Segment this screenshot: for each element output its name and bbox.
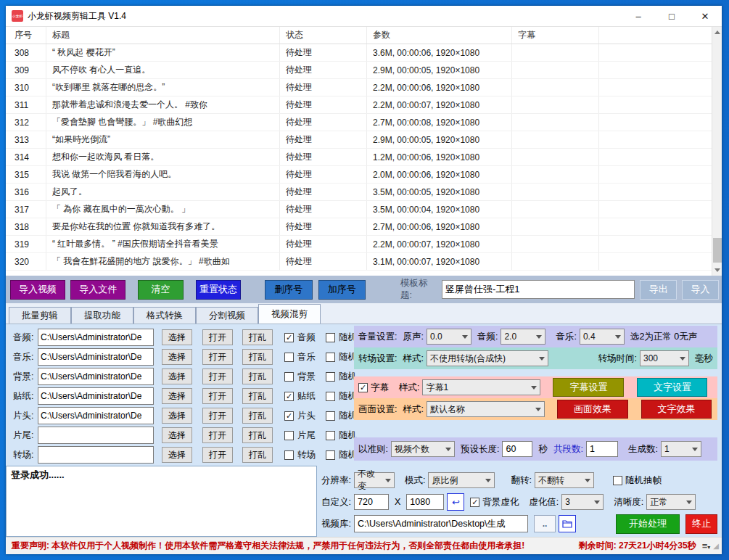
table-row[interactable]: 318 要是你站在我的位置 你就知道我有多难了。 待处理 2.7M, 00:00… <box>6 218 712 236</box>
close-button[interactable]: ✕ <box>688 6 722 26</box>
screen-style-combo[interactable]: 默认名称 <box>427 401 545 417</box>
mix-path-input[interactable] <box>38 329 154 346</box>
preset-length-input[interactable] <box>502 441 532 457</box>
random-checkbox[interactable] <box>326 372 335 382</box>
select-button[interactable]: 选择 <box>162 349 192 365</box>
tab-extract[interactable]: 提取功能 <box>71 307 133 324</box>
random-checkbox[interactable] <box>326 353 335 362</box>
enable-checkbox[interactable] <box>284 431 294 440</box>
tab-video-mix[interactable]: 视频混剪 <box>258 304 321 324</box>
select-button[interactable]: 选择 <box>162 368 192 384</box>
stop-button[interactable]: 终止 <box>685 514 717 534</box>
mode-combo[interactable]: 原比例 <box>428 472 495 488</box>
mix-path-input[interactable] <box>38 446 154 464</box>
import-video-button[interactable]: 导入视频 <box>10 280 65 300</box>
open-button[interactable]: 打开 <box>202 388 233 404</box>
shuffle-button[interactable]: 打乱 <box>242 388 273 404</box>
subtitle-style-combo[interactable]: 字幕1 <box>422 379 540 395</box>
table-scrollbar[interactable] <box>712 27 722 276</box>
select-button[interactable]: 选择 <box>162 427 192 443</box>
add-number-button[interactable]: 加序号 <box>318 280 366 300</box>
mix-path-input[interactable] <box>38 348 154 366</box>
table-row[interactable]: 317 「 為你 藏在風中的一萬次心動。 」 待处理 3.5M, 00:00:0… <box>6 201 712 218</box>
text-effect-button[interactable]: 文字效果 <box>641 400 712 419</box>
enable-checkbox[interactable] <box>284 411 294 421</box>
text-settings-button[interactable]: 文字设置 <box>637 378 707 397</box>
subtitle-settings-button[interactable]: 字幕设置 <box>553 378 624 397</box>
custom-height-input[interactable] <box>406 494 444 510</box>
open-button[interactable]: 打开 <box>202 368 233 384</box>
shuffle-button[interactable]: 打乱 <box>242 329 273 345</box>
shuffle-button[interactable]: 打乱 <box>242 408 273 424</box>
mix-path-input[interactable] <box>38 407 154 424</box>
open-button[interactable]: 打开 <box>202 408 233 424</box>
select-button[interactable]: 选择 <box>162 408 192 424</box>
enable-checkbox[interactable] <box>284 372 294 382</box>
shuffle-button[interactable]: 打乱 <box>242 447 273 463</box>
import-button[interactable]: 导入 <box>682 280 719 300</box>
tab-split-video[interactable]: 分割视频 <box>196 307 258 324</box>
minimize-button[interactable]: – <box>622 6 655 26</box>
shuffle-button[interactable]: 打乱 <box>242 349 273 365</box>
random-checkbox[interactable] <box>326 431 335 440</box>
generate-count-combo[interactable]: 1 <box>661 441 701 457</box>
scrollbar-thumb[interactable] <box>713 238 722 263</box>
random-checkbox[interactable] <box>326 450 335 460</box>
open-button[interactable]: 打开 <box>202 329 233 345</box>
rule-mode-combo[interactable]: 视频个数 <box>391 441 455 457</box>
tab-batch-edit[interactable]: 批量剪辑 <box>9 307 71 324</box>
reset-status-button[interactable]: 重置状态 <box>196 280 241 300</box>
tab-format-convert[interactable]: 格式转换 <box>133 307 196 324</box>
table-row[interactable]: 312 「愛會墊腳 也會彎腰。」 #歌曲幻想 待处理 2.7M, 00:00:0… <box>6 114 712 131</box>
open-button[interactable]: 打开 <box>202 349 233 365</box>
apply-size-button[interactable]: ↩ <box>447 493 464 511</box>
table-row[interactable]: 315 我说 做第一个陪我看海的人吧。 待处理 2.0M, 00:00:06, … <box>6 166 712 184</box>
table-row[interactable]: 310 “吹到哪里 就落在哪的思念。” 待处理 2.2M, 00:00:06, … <box>6 79 712 96</box>
select-button[interactable]: 选择 <box>162 329 192 345</box>
maximize-button[interactable]: □ <box>655 6 688 26</box>
music-volume-combo[interactable]: 0.4 <box>580 329 625 345</box>
clarity-combo[interactable]: 正常 <box>646 494 696 510</box>
table-row[interactable]: 309 风不停吹 有心人一直追。 待处理 2.9M, 00:00:05, 192… <box>6 62 712 79</box>
video-library-input[interactable] <box>354 515 528 532</box>
import-file-button[interactable]: 导入文件 <box>70 280 125 300</box>
enable-checkbox[interactable] <box>284 450 294 460</box>
scroll-down-icon[interactable] <box>714 268 720 272</box>
audio-volume-combo[interactable]: 2.0 <box>501 329 545 345</box>
open-folder-button[interactable] <box>559 515 576 532</box>
mix-path-input[interactable] <box>38 427 154 444</box>
segment-count-input[interactable] <box>586 441 618 457</box>
blur-value-combo[interactable]: 3 <box>561 494 604 510</box>
template-title-input[interactable] <box>442 280 635 299</box>
original-sound-combo[interactable]: 0.0 <box>427 329 471 345</box>
subtitle-checkbox[interactable] <box>358 383 368 392</box>
shuffle-button[interactable]: 打乱 <box>242 368 273 384</box>
table-row[interactable]: 313 “如果時光倒流” 待处理 2.9M, 00:00:05, 1920×10… <box>6 131 712 149</box>
random-frame-checkbox[interactable] <box>613 476 622 485</box>
transition-time-combo[interactable]: 300 <box>640 350 689 366</box>
random-checkbox[interactable] <box>326 392 335 401</box>
resolution-combo[interactable]: 不改变 <box>354 472 395 488</box>
select-button[interactable]: 选择 <box>162 447 192 463</box>
scroll-up-icon[interactable] <box>714 30 720 34</box>
table-row[interactable]: 319 “ 红叶最多情。 ” #国庆假期请全抖音看美景 待处理 2.2M, 00… <box>6 236 712 253</box>
delete-number-button[interactable]: 删序号 <box>265 280 312 300</box>
background-blur-checkbox[interactable] <box>470 498 479 507</box>
export-button[interactable]: 导出 <box>640 280 677 300</box>
shuffle-button[interactable]: 打乱 <box>242 427 273 443</box>
enable-checkbox[interactable] <box>284 392 294 401</box>
enable-checkbox[interactable] <box>284 353 294 362</box>
table-row[interactable]: 316 起风了。 待处理 3.5M, 00:00:05, 1920×1080 <box>6 184 712 201</box>
table-row[interactable]: 320 「 我會在鮮花盛開的地方 說愛你。」 #歌曲如 待处理 3.1M, 00… <box>6 253 712 271</box>
custom-width-input[interactable] <box>354 494 389 510</box>
transition-style-combo[interactable]: 不使用转场(合成快) <box>427 350 548 366</box>
flip-combo[interactable]: 不翻转 <box>535 472 594 488</box>
table-row[interactable]: 314 想和你一起吹海风 看日落。 待处理 1.2M, 00:00:06, 19… <box>6 149 712 166</box>
open-button[interactable]: 打开 <box>202 427 233 443</box>
screen-effect-button[interactable]: 画面效果 <box>557 400 628 419</box>
browse-button[interactable]: .. <box>534 515 556 532</box>
table-row[interactable]: 311 那就带着忠诚和浪漫去爱一个人。 #致你 待处理 2.2M, 00:00:… <box>6 96 712 114</box>
enable-checkbox[interactable] <box>284 333 294 342</box>
random-checkbox[interactable] <box>326 333 335 342</box>
table-row[interactable]: 308 “ 秋风起 樱花开” 待处理 3.6M, 00:00:06, 1920×… <box>6 44 712 62</box>
